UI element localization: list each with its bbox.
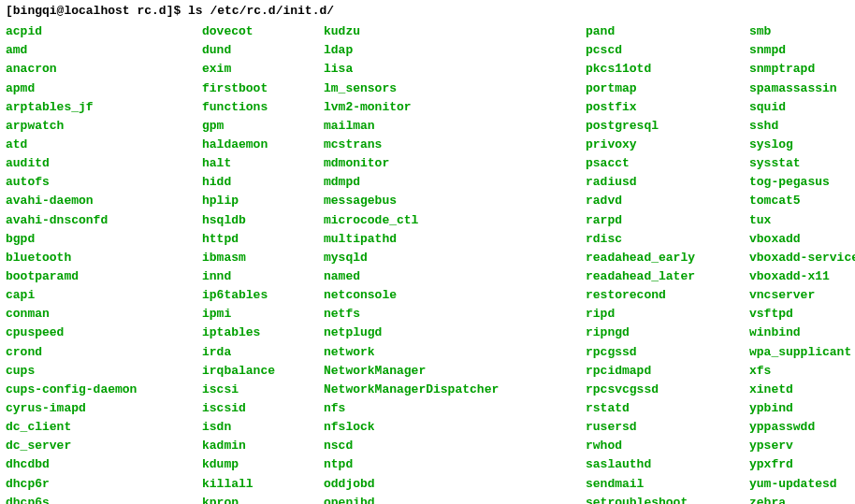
file-entry: radvd <box>586 192 731 210</box>
file-entry: vboxadd <box>749 230 855 249</box>
file-entry: ypserv <box>749 437 855 455</box>
file-entry: innd <box>202 267 305 286</box>
file-entry: avahi-dnsconfd <box>6 211 183 230</box>
file-entry: mailman <box>324 117 567 136</box>
file-entry: irqbalance <box>202 362 305 381</box>
directory-listing: acpidamdanacronapmdarptables_jfarpwatcha… <box>6 22 849 504</box>
file-entry: syslog <box>749 136 855 154</box>
file-entry: firstboot <box>202 79 305 98</box>
file-entry: bgpd <box>6 230 183 249</box>
file-entry: ldap <box>324 41 567 60</box>
file-entry: yppasswdd <box>749 418 855 437</box>
file-entry: anacron <box>6 60 183 79</box>
file-entry: lm_sensors <box>324 79 567 98</box>
listing-column-2: dovecotdundeximfirstbootfunctionsgpmhald… <box>202 22 305 504</box>
file-entry: psacct <box>586 154 731 173</box>
file-entry: sendmail <box>586 475 731 494</box>
file-entry: microcode_ctl <box>324 211 567 230</box>
file-entry: hidd <box>202 173 305 192</box>
file-entry: setroubleshoot <box>586 494 731 504</box>
file-entry: portmap <box>586 79 731 98</box>
file-entry: dhcdbd <box>6 455 183 474</box>
file-entry: snmpd <box>749 41 855 60</box>
file-entry: dund <box>202 41 305 60</box>
file-entry: dhcp6r <box>6 475 183 494</box>
terminal-prompt-line: [bingqi@localhost rc.d]$ ls /etc/rc.d/in… <box>6 2 849 21</box>
file-entry: pkcs11otd <box>586 60 731 79</box>
file-entry: oddjobd <box>324 475 567 494</box>
file-entry: atd <box>6 136 183 154</box>
file-entry: radiusd <box>586 173 731 192</box>
prompt-command: ls /etc/rc.d/init.d/ <box>188 4 334 18</box>
file-entry: iptables <box>202 324 305 342</box>
file-entry: privoxy <box>586 136 731 154</box>
file-entry: vboxadd-service <box>749 249 855 267</box>
file-entry: auditd <box>6 154 183 173</box>
file-entry: bluetooth <box>6 249 183 267</box>
file-entry: arptables_jf <box>6 98 183 117</box>
file-entry: autofs <box>6 173 183 192</box>
file-entry: zebra <box>749 494 855 504</box>
listing-column-4: pandpcscdpkcs11otdportmappostfixpostgres… <box>586 22 731 504</box>
file-entry: kprop <box>202 494 305 504</box>
file-entry: rstatd <box>586 399 731 418</box>
file-entry: NetworkManager <box>324 362 567 381</box>
listing-column-5: smbsnmpdsnmptrapdspamassassinsquidsshdsy… <box>749 22 855 504</box>
file-entry: postfix <box>586 98 731 117</box>
file-entry: netplugd <box>324 324 567 342</box>
file-entry: apmd <box>6 79 183 98</box>
file-entry: ibmasm <box>202 249 305 267</box>
file-entry: netconsole <box>324 286 567 305</box>
file-entry: functions <box>202 98 305 117</box>
file-entry: squid <box>749 98 855 117</box>
file-entry: smb <box>749 22 855 41</box>
file-entry: avahi-daemon <box>6 192 183 210</box>
file-entry: multipathd <box>324 230 567 249</box>
file-entry: lisa <box>324 60 567 79</box>
file-entry: messagebus <box>324 192 567 210</box>
file-entry: mdmonitor <box>324 154 567 173</box>
file-entry: wpa_supplicant <box>749 343 855 362</box>
file-entry: sysstat <box>749 154 855 173</box>
file-entry: amd <box>6 41 183 60</box>
file-entry: dc_server <box>6 437 183 455</box>
file-entry: httpd <box>202 230 305 249</box>
file-entry: tux <box>749 211 855 230</box>
file-entry: kudzu <box>324 22 567 41</box>
file-entry: ip6tables <box>202 286 305 305</box>
file-entry: ripngd <box>586 324 731 342</box>
file-entry: vboxadd-x11 <box>749 267 855 286</box>
file-entry: haldaemon <box>202 136 305 154</box>
file-entry: bootparamd <box>6 267 183 286</box>
file-entry: snmptrapd <box>749 60 855 79</box>
file-entry: restorecond <box>586 286 731 305</box>
file-entry: exim <box>202 60 305 79</box>
file-entry: pand <box>586 22 731 41</box>
file-entry: nfs <box>324 399 567 418</box>
file-entry: rarpd <box>586 211 731 230</box>
file-entry: rwhod <box>586 437 731 455</box>
file-entry: isdn <box>202 418 305 437</box>
file-entry: gpm <box>202 117 305 136</box>
file-entry: irda <box>202 343 305 362</box>
file-entry: ipmi <box>202 305 305 324</box>
file-entry: ypxfrd <box>749 455 855 474</box>
listing-column-1: acpidamdanacronapmdarptables_jfarpwatcha… <box>6 22 183 504</box>
file-entry: vncserver <box>749 286 855 305</box>
file-entry: mysqld <box>324 249 567 267</box>
file-entry: ypbind <box>749 399 855 418</box>
file-entry: crond <box>6 343 183 362</box>
file-entry: iscsid <box>202 399 305 418</box>
file-entry: dc_client <box>6 418 183 437</box>
file-entry: saslauthd <box>586 455 731 474</box>
file-entry: conman <box>6 305 183 324</box>
file-entry: named <box>324 267 567 286</box>
file-entry: rdisc <box>586 230 731 249</box>
file-entry: network <box>324 343 567 362</box>
file-entry: xinetd <box>749 381 855 399</box>
file-entry: hplip <box>202 192 305 210</box>
file-entry: openibd <box>324 494 567 504</box>
file-entry: mcstrans <box>324 136 567 154</box>
file-entry: nscd <box>324 437 567 455</box>
file-entry: rpcidmapd <box>586 362 731 381</box>
